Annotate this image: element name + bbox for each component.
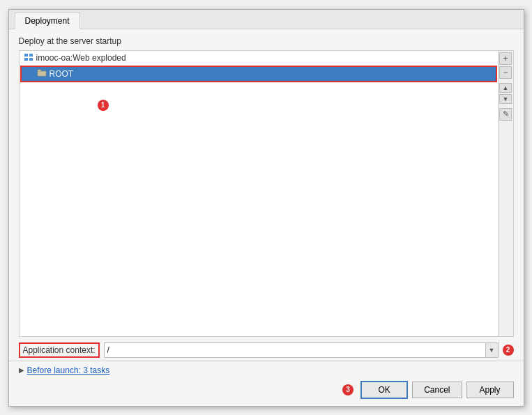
remove-button[interactable]: − (499, 66, 512, 79)
svg-rect-1 (29, 54, 33, 56)
folder-icon (37, 69, 47, 79)
context-dropdown-button[interactable]: ▼ (485, 343, 498, 357)
badge-1: 1 (98, 100, 109, 111)
context-label: Application context: (23, 345, 96, 355)
content-area: Deploy at the server startup (9, 29, 524, 361)
svg-rect-3 (29, 58, 33, 61)
before-launch-link[interactable]: Before launch: 3 tasks (27, 365, 110, 375)
deploy-item-parent[interactable]: imooc-oa:Web exploded (20, 51, 498, 65)
before-launch-row: ▶ Before launch: 3 tasks (19, 365, 110, 375)
edit-button[interactable]: ✎ (499, 108, 512, 121)
child-item-label: ROOT (50, 69, 74, 79)
add-button[interactable]: + (499, 52, 512, 65)
tab-bar: Deployment (9, 10, 524, 29)
parent-item-label: imooc-oa:Web exploded (36, 53, 126, 63)
ok-button[interactable]: OK (360, 381, 408, 399)
svg-rect-2 (24, 58, 28, 61)
badge-2: 2 (503, 345, 514, 356)
bottom-section: ▶ Before launch: 3 tasks (9, 361, 524, 375)
deploy-panel: imooc-oa:Web exploded (19, 50, 514, 361)
deploy-item-child-wrap: ROOT 1 (22, 67, 496, 81)
expand-icon[interactable]: ▶ (19, 366, 24, 374)
deploy-list[interactable]: imooc-oa:Web exploded (20, 51, 498, 336)
svg-rect-0 (24, 54, 28, 56)
deploy-list-container: imooc-oa:Web exploded (19, 50, 514, 337)
tab-deployment[interactable]: Deployment (15, 13, 80, 29)
scroll-up-button[interactable]: ▲ (499, 83, 512, 93)
context-input[interactable] (105, 343, 485, 357)
main-dialog: Deployment Deploy at the server startup (8, 9, 524, 407)
badge-3: 3 (342, 384, 354, 395)
scroll-area: ▲ ▼ (499, 83, 512, 104)
artifact-icon (24, 53, 33, 63)
context-input-wrap: ▼ (104, 342, 499, 358)
cancel-button[interactable]: Cancel (412, 382, 462, 398)
footer: 3 OK Cancel Apply (9, 375, 524, 406)
apply-button[interactable]: Apply (466, 382, 514, 398)
scroll-down-button[interactable]: ▼ (499, 94, 512, 104)
deploy-item-child[interactable]: ROOT (22, 67, 496, 81)
list-sidebar: + − ▲ ▼ ✎ (498, 51, 513, 336)
deploy-section-label: Deploy at the server startup (19, 36, 514, 46)
